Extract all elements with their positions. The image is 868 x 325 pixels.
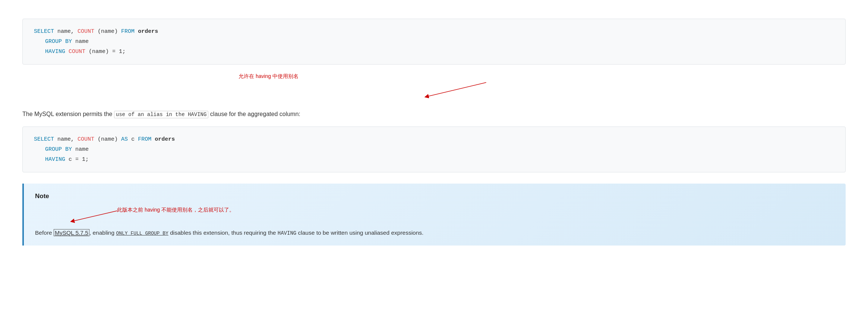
keyword-as: AS — [121, 136, 128, 143]
note-annotation-area: 此版本之前 having 不能使用别名，之后就可以了。 — [35, 206, 834, 224]
prose-highlighted-box: use of an alias in the HAVING — [114, 111, 209, 118]
keyword-only-full-group-by: ONLY_FULL_GROUP_BY — [116, 231, 168, 236]
note-prose-middle2: disables this extension, thus requiring … — [168, 229, 278, 236]
code-line-1: SELECT name, COUNT (name) FROM orders — [34, 26, 834, 37]
function-count-2: COUNT — [69, 49, 85, 55]
code-text: c — [131, 136, 138, 143]
code-text: name — [75, 38, 89, 45]
code-text: name, — [57, 136, 78, 143]
note-box: Note 此版本之前 having 不能使用别名，之后就可以了。 Before … — [22, 184, 846, 246]
annotation-1-text: 允许在 having 中使用别名 — [239, 72, 299, 80]
function-count-1: COUNT — [78, 28, 94, 35]
prose-keyword-having: HAVING — [188, 112, 206, 118]
code-text: name — [75, 146, 89, 153]
keyword-having-inline: HAVING — [278, 230, 296, 236]
code-line-3: HAVING COUNT (name) = 1; — [34, 47, 834, 57]
note-annotation-text: 此版本之前 having 不能使用别名，之后就可以了。 — [117, 206, 234, 214]
note-prose-before: Before — [35, 229, 54, 236]
prose-after: clause for the aggregated column: — [208, 111, 300, 117]
code-text: c = 1; — [69, 156, 89, 163]
note-prose-middle1: , enabling — [89, 229, 116, 236]
keyword-from-2: FROM — [138, 136, 151, 143]
svg-line-1 — [72, 211, 117, 221]
keyword-select-2: SELECT — [34, 136, 54, 143]
code-block-1: SELECT name, COUNT (name) FROM orders GR… — [22, 19, 846, 65]
table-name-orders: orders — [138, 28, 158, 35]
code2-line-1: SELECT name, COUNT (name) AS c FROM orde… — [34, 134, 834, 144]
keyword-select: SELECT — [34, 28, 54, 35]
prose-before: The MySQL extension permits the — [22, 111, 114, 117]
code-text: (name) = 1; — [89, 49, 126, 55]
mysql-version-link: MySQL 5.7.5 — [54, 229, 89, 236]
note-prose-end: clause to be written using unaliased exp… — [296, 229, 423, 236]
code2-line-3: HAVING c = 1; — [34, 154, 834, 165]
note-title: Note — [35, 191, 834, 201]
prose-1: The MySQL extension permits the use of a… — [22, 109, 846, 119]
table-name-orders-2: orders — [155, 136, 175, 143]
code-text: (name) — [98, 136, 121, 143]
code-block-2: SELECT name, COUNT (name) AS c FROM orde… — [22, 126, 846, 172]
code2-line-2: GROUP BY name — [34, 144, 834, 154]
code-line-2: GROUP BY name — [34, 37, 834, 47]
annotation-1-area: 允许在 having 中使用别名 — [22, 72, 846, 102]
keyword-group-by: GROUP BY — [45, 38, 72, 45]
code-text: name, — [57, 28, 78, 35]
keyword-having-2: HAVING — [45, 156, 65, 163]
annotation-1-arrow — [22, 72, 846, 102]
function-count-3: COUNT — [78, 136, 94, 143]
keyword-group-by-2: GROUP BY — [45, 146, 72, 153]
prose-highlighted-text: use of an alias in the — [116, 112, 188, 118]
svg-line-0 — [427, 82, 486, 97]
note-prose: Before MySQL 5.7.5, enabling ONLY_FULL_G… — [35, 228, 834, 238]
keyword-having: HAVING — [45, 49, 65, 55]
keyword-from: FROM — [121, 28, 135, 35]
code-text: (name) — [98, 28, 121, 35]
